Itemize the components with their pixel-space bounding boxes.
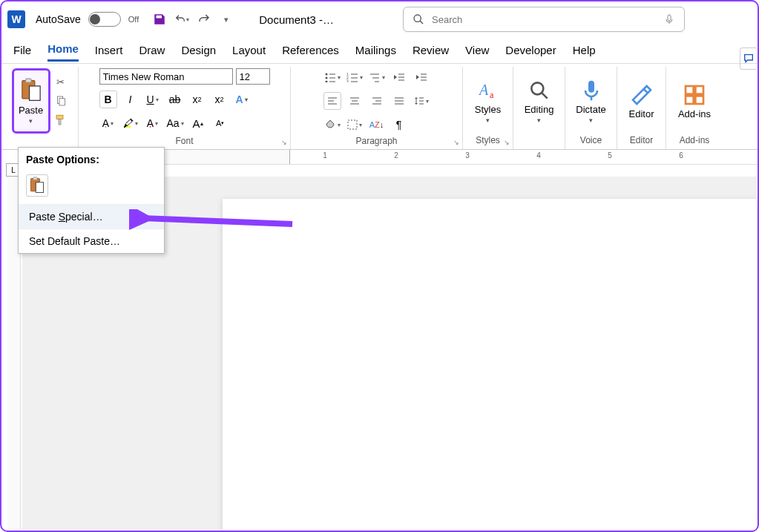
styles-dialog-launcher[interactable]: ↘ bbox=[504, 139, 510, 146]
svg-rect-47 bbox=[348, 120, 357, 129]
bullets-button[interactable] bbox=[323, 68, 341, 86]
tab-insert[interactable]: Insert bbox=[95, 41, 123, 59]
tab-references[interactable]: References bbox=[282, 41, 339, 59]
bold-button[interactable]: B bbox=[99, 91, 117, 108]
dictate-button[interactable]: Dictate ▾ bbox=[571, 68, 612, 134]
line-spacing-button[interactable] bbox=[413, 92, 430, 110]
paste-dropdown-menu: Paste Options: Paste Special… Set Defaul… bbox=[18, 147, 165, 254]
svg-rect-53 bbox=[686, 86, 694, 94]
group-addins: Add-ins Add-ins bbox=[666, 67, 723, 149]
font-name-input[interactable] bbox=[99, 68, 233, 85]
group-styles: Aa Styles ▾ Styles ↘ bbox=[463, 67, 513, 149]
tab-developer[interactable]: Developer bbox=[505, 41, 556, 59]
svg-rect-56 bbox=[695, 96, 703, 104]
align-right-button[interactable] bbox=[368, 92, 386, 110]
svg-point-12 bbox=[325, 77, 327, 79]
svg-rect-54 bbox=[695, 86, 703, 94]
cut-icon[interactable]: ✂ bbox=[53, 74, 68, 89]
font-size-input[interactable] bbox=[236, 68, 270, 85]
italic-button[interactable]: I bbox=[122, 91, 139, 108]
grow-font-button[interactable]: A▴ bbox=[189, 114, 207, 132]
justify-button[interactable] bbox=[390, 92, 408, 110]
decrease-indent-button[interactable] bbox=[390, 68, 408, 86]
undo-icon[interactable]: ▾ bbox=[174, 12, 189, 27]
paragraph-group-label: Paragraph bbox=[355, 134, 397, 148]
autosave-toggle[interactable] bbox=[88, 12, 121, 27]
numbering-button[interactable]: 123 bbox=[346, 68, 364, 86]
styles-button[interactable]: Aa Styles ▾ bbox=[467, 68, 509, 134]
svg-text:a: a bbox=[490, 90, 494, 100]
underline-button[interactable]: U bbox=[144, 91, 162, 108]
paste-keep-source-icon[interactable] bbox=[26, 174, 48, 197]
search-input[interactable]: Search bbox=[403, 7, 685, 32]
font-group-label: Font bbox=[175, 134, 193, 148]
group-paragraph: 123 AZ↓ ¶ Paragraph ↘ bbox=[291, 67, 463, 149]
align-center-button[interactable] bbox=[346, 92, 364, 110]
fill-color-button[interactable]: A bbox=[99, 114, 117, 132]
search-icon bbox=[413, 13, 424, 25]
tab-home[interactable]: Home bbox=[47, 39, 79, 62]
autosave-label: AutoSave bbox=[36, 13, 81, 25]
copy-icon[interactable] bbox=[53, 93, 68, 108]
title-bar: W AutoSave Off ▾ ▾ Document3 -… Search bbox=[1, 1, 758, 37]
addins-button[interactable]: Add-ins bbox=[674, 68, 715, 134]
word-app-icon: W bbox=[7, 10, 25, 28]
svg-rect-4 bbox=[25, 79, 30, 82]
paste-button[interactable]: Paste ▾ bbox=[12, 68, 50, 134]
borders-button[interactable] bbox=[346, 116, 364, 134]
group-voice: Dictate ▾ Voice bbox=[565, 67, 617, 149]
svg-rect-59 bbox=[36, 183, 43, 193]
set-default-paste-menu-item[interactable]: Set Default Paste… bbox=[19, 229, 164, 253]
document-title: Document3 -… bbox=[259, 13, 334, 26]
chevron-down-icon: ▾ bbox=[29, 117, 33, 125]
increase-indent-button[interactable] bbox=[413, 68, 430, 86]
document-page[interactable] bbox=[223, 199, 757, 532]
svg-rect-58 bbox=[33, 177, 37, 180]
autosave-state: Off bbox=[128, 15, 139, 24]
search-placeholder: Search bbox=[432, 14, 462, 25]
tab-design[interactable]: Design bbox=[181, 41, 216, 59]
change-case-button[interactable]: Aa bbox=[166, 114, 185, 132]
tab-review[interactable]: Review bbox=[413, 41, 449, 59]
group-editing: Editing ▾ bbox=[513, 67, 565, 149]
format-painter-icon[interactable] bbox=[53, 113, 68, 128]
svg-point-10 bbox=[325, 73, 327, 76]
superscript-button[interactable]: x2 bbox=[211, 91, 229, 108]
align-left-button[interactable] bbox=[323, 92, 341, 110]
tab-view[interactable]: View bbox=[465, 41, 489, 59]
editor-button[interactable]: Editor bbox=[621, 68, 663, 134]
tab-draw[interactable]: Draw bbox=[139, 41, 165, 59]
tab-help[interactable]: Help bbox=[573, 41, 596, 59]
svg-rect-9 bbox=[59, 119, 61, 125]
shading-button[interactable] bbox=[323, 116, 341, 134]
shrink-font-button[interactable]: A▾ bbox=[211, 114, 229, 132]
text-effects-button[interactable]: A bbox=[233, 91, 251, 108]
svg-rect-7 bbox=[59, 99, 65, 105]
font-color-button[interactable]: A bbox=[144, 114, 162, 132]
tab-layout[interactable]: Layout bbox=[232, 41, 266, 59]
redo-icon[interactable] bbox=[197, 12, 211, 27]
sort-button[interactable]: AZ↓ bbox=[368, 116, 386, 134]
save-icon[interactable] bbox=[152, 12, 167, 27]
paste-label: Paste bbox=[19, 105, 43, 116]
qat-customize-icon[interactable]: ▾ bbox=[219, 12, 234, 27]
font-dialog-launcher[interactable]: ↘ bbox=[281, 139, 287, 146]
multilevel-list-button[interactable] bbox=[368, 68, 386, 86]
paragraph-dialog-launcher[interactable]: ↘ bbox=[453, 139, 459, 146]
svg-rect-5 bbox=[29, 85, 40, 99]
paste-special-menu-item[interactable]: Paste Special… bbox=[19, 204, 164, 229]
clipboard-icon bbox=[20, 78, 42, 103]
highlight-button[interactable]: 🖍 bbox=[122, 114, 139, 132]
show-marks-button[interactable]: ¶ bbox=[390, 116, 408, 134]
subscript-button[interactable]: x2 bbox=[188, 91, 206, 108]
strikethrough-button[interactable]: ab bbox=[166, 91, 184, 108]
mic-icon[interactable] bbox=[663, 13, 675, 25]
editing-button[interactable]: Editing ▾ bbox=[519, 68, 560, 134]
ribbon-tabs: File Home Insert Draw Design Layout Refe… bbox=[1, 37, 758, 64]
svg-text:A: A bbox=[478, 82, 489, 98]
svg-rect-52 bbox=[588, 80, 594, 92]
tab-file[interactable]: File bbox=[13, 41, 31, 59]
comments-button[interactable] bbox=[740, 47, 756, 70]
tab-mailings[interactable]: Mailings bbox=[355, 41, 396, 59]
group-font: B I U ab x2 x2 A A 🖍 A Aa A▴ A▾ Font ↘ bbox=[79, 67, 291, 149]
